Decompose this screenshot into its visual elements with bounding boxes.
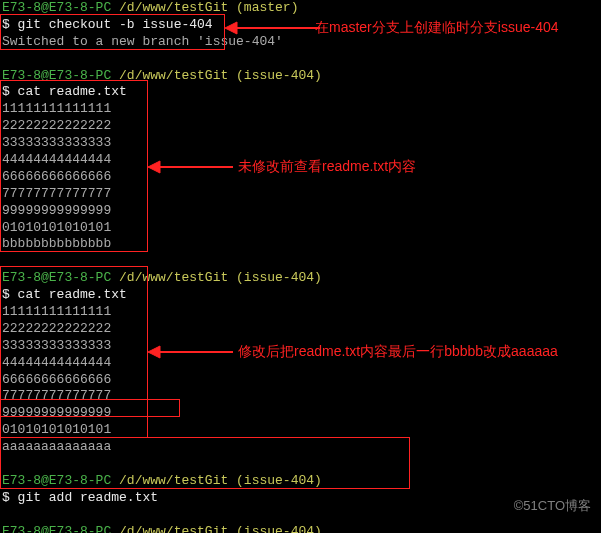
output-line: 01010101010101: [2, 422, 601, 439]
output-line: 33333333333333: [2, 135, 601, 152]
output-line: aaaaaaaaaaaaaa: [2, 439, 601, 456]
svg-marker-5: [148, 346, 160, 358]
output-line: 66666666666666: [2, 372, 601, 389]
cmd-line[interactable]: $ cat readme.txt: [2, 84, 601, 101]
cmd-line[interactable]: $ cat readme.txt: [2, 287, 601, 304]
svg-marker-1: [225, 22, 237, 34]
arrow-icon: [148, 155, 238, 179]
output-line: bbbbbbbbbbbbbb: [2, 236, 601, 253]
cmd-line[interactable]: $ git add readme.txt: [2, 490, 601, 507]
watermark: ©51CTO博客: [514, 498, 591, 515]
terminal: E73-8@E73-8-PC /d/www/testGit (master) $…: [2, 0, 601, 533]
output-line: 22222222222222: [2, 321, 601, 338]
prompt-line: E73-8@E73-8-PC /d/www/testGit (issue-404…: [2, 68, 601, 85]
output-line: 22222222222222: [2, 118, 601, 135]
prompt-line: E73-8@E73-8-PC /d/www/testGit (issue-404…: [2, 473, 601, 490]
output-line: 99999999999999: [2, 203, 601, 220]
output-line: 11111111111111: [2, 304, 601, 321]
annotation-text: 在master分支上创建临时分支issue-404: [315, 18, 559, 36]
arrow-icon: [148, 340, 238, 364]
annotation-text: 未修改前查看readme.txt内容: [238, 157, 416, 175]
output-line: 01010101010101: [2, 220, 601, 237]
output-line: 77777777777777: [2, 186, 601, 203]
output-line: 11111111111111: [2, 101, 601, 118]
svg-marker-3: [148, 161, 160, 173]
prompt-line: E73-8@E73-8-PC /d/www/testGit (issue-404…: [2, 270, 601, 287]
prompt-line: E73-8@E73-8-PC /d/www/testGit (issue-404…: [2, 524, 601, 533]
arrow-icon: [225, 14, 325, 38]
output-line: 77777777777777: [2, 388, 601, 405]
output-line: 99999999999999: [2, 405, 601, 422]
annotation-text: 修改后把readme.txt内容最后一行bbbbb改成aaaaaa: [238, 342, 558, 360]
